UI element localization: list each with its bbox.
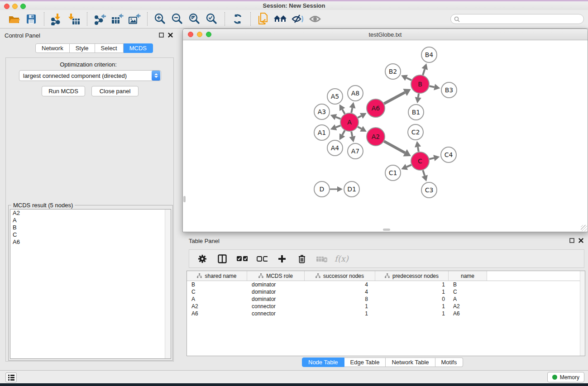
criterion-select[interactable]: largest connected component (directed) [19, 70, 161, 81]
float-panel-icon[interactable] [569, 238, 574, 243]
close-view-button[interactable] [188, 32, 193, 37]
hide-details-button[interactable] [289, 12, 306, 26]
edge-A2-C[interactable] [384, 141, 405, 153]
column-header-shared-name[interactable]: shared name [187, 271, 247, 281]
export-network-button[interactable] [91, 12, 109, 26]
close-window-button[interactable] [4, 4, 10, 9]
tab-select[interactable]: Select [95, 43, 124, 53]
table-row[interactable]: A2connector11A2 [187, 303, 585, 310]
mcds-result-item[interactable]: C [10, 231, 171, 238]
memory-button[interactable]: Memory [547, 372, 584, 382]
mcds-result-item[interactable]: A2 [10, 210, 171, 217]
close-panel-icon[interactable] [578, 238, 583, 243]
import-network-button[interactable] [48, 12, 66, 26]
float-panel-icon[interactable] [159, 33, 164, 38]
tab-node-table[interactable]: Node Table [302, 357, 344, 367]
search-input[interactable] [462, 16, 583, 22]
table-cell: 4 [305, 281, 375, 288]
edge-A-A4[interactable] [342, 130, 345, 135]
session-network-button[interactable] [255, 12, 272, 26]
edge-A-A5[interactable] [342, 110, 345, 114]
select-all-button[interactable] [237, 253, 248, 264]
minimize-window-button[interactable] [12, 4, 18, 9]
node-label: A [347, 119, 352, 126]
mcds-result-list[interactable]: A2ABCA6 [10, 209, 171, 359]
gear-button[interactable] [197, 253, 208, 264]
run-mcds-button[interactable]: Run MCDS [42, 86, 85, 96]
edge-B-B3[interactable] [430, 86, 435, 87]
function-builder-button[interactable]: f(x) [335, 254, 349, 263]
edge-A-A2[interactable] [358, 127, 361, 129]
edge-B-B1[interactable] [418, 94, 419, 98]
tab-network[interactable]: Network [35, 43, 70, 53]
edge-A-A6[interactable] [358, 116, 362, 118]
show-details-button[interactable] [306, 12, 324, 26]
import-table-button[interactable] [66, 12, 83, 26]
delete-button[interactable] [296, 253, 307, 264]
export-image-button[interactable] [126, 12, 143, 26]
zoom-in-button[interactable] [152, 12, 169, 26]
session-title: Session: New Session [263, 2, 325, 9]
edge-B-B2[interactable] [406, 78, 411, 80]
table-cell: 1 [305, 303, 375, 310]
zoom-out-button[interactable] [169, 12, 186, 26]
table-row[interactable]: Cdominator41C [187, 288, 585, 295]
tab-motifs[interactable]: Motifs [435, 357, 464, 367]
refresh-button[interactable] [229, 12, 246, 26]
open-file-button[interactable] [5, 12, 23, 26]
table-row[interactable]: Bdominator41B [187, 281, 585, 288]
close-panel-button[interactable]: Close panel [91, 86, 139, 96]
zoom-view-button[interactable] [206, 32, 211, 37]
edge-A-A8[interactable] [351, 108, 352, 113]
edge-A-A7[interactable] [351, 132, 352, 137]
add-column-button[interactable] [277, 253, 287, 264]
column-header-name[interactable]: name [449, 271, 487, 281]
delete-table-button[interactable] [316, 253, 327, 264]
edge-C-C4[interactable] [429, 158, 434, 159]
resize-grip[interactable] [581, 225, 587, 231]
save-button[interactable] [23, 12, 40, 26]
scrollbar[interactable] [165, 210, 171, 358]
node-table[interactable]: shared nameMCDS rolesuccessor nodesprede… [186, 271, 585, 356]
horizontal-scrollbar-thumb[interactable] [383, 229, 390, 231]
tab-mcds[interactable]: MCDS [124, 43, 153, 53]
network-view-window: testGlobe.txt AA2A6BCA1A3A4A5A7A8B1B2B3B… [182, 29, 588, 232]
network-window-titlebar[interactable]: testGlobe.txt [183, 29, 588, 40]
columns-button[interactable] [217, 253, 228, 264]
show-panel-list-button[interactable] [5, 372, 17, 382]
edge-C-C3[interactable] [423, 170, 425, 176]
column-header-predecessor-nodes[interactable]: predecessor nodes [375, 271, 449, 281]
zoom-window-button[interactable] [20, 4, 26, 9]
tab-style[interactable]: Style [70, 43, 95, 53]
table-row[interactable]: A6connector11A6 [187, 310, 585, 317]
network-canvas[interactable]: AA2A6BCA1A3A4A5A7A8B1B2B3B4C1C2C3C4DD1 [183, 40, 588, 232]
vertical-scrollbar-thumb[interactable] [183, 196, 186, 202]
mcds-result-item[interactable]: B [10, 224, 171, 231]
table-scrollbar[interactable] [580, 271, 585, 356]
tab-network-table[interactable]: Network Table [386, 357, 435, 367]
zoom-in-icon [154, 13, 167, 25]
node-label: A3 [318, 108, 326, 115]
zoom-fit-button[interactable] [186, 12, 203, 26]
tab-edge-table[interactable]: Edge Table [344, 357, 386, 367]
mcds-result-item[interactable]: A6 [10, 238, 171, 246]
edge-A-A1[interactable] [336, 125, 340, 127]
export-table-button[interactable] [109, 12, 126, 26]
edge-C-C2[interactable] [418, 147, 419, 152]
table-row[interactable]: Adominator80A [187, 295, 585, 303]
mcds-result-item[interactable]: A [10, 217, 171, 224]
zoom-selected-button[interactable] [203, 12, 220, 26]
edge-A6-B[interactable] [384, 92, 405, 104]
edge-B-B4[interactable] [423, 69, 425, 75]
close-panel-icon[interactable] [168, 33, 173, 38]
list-icon [8, 375, 14, 381]
gear-icon [197, 254, 207, 264]
column-header-MCDS-role[interactable]: MCDS role [247, 271, 305, 281]
home-button[interactable] [272, 12, 289, 26]
memory-status-icon [552, 375, 557, 380]
minimize-view-button[interactable] [197, 32, 202, 37]
edge-A-A3[interactable] [336, 117, 340, 119]
edge-C-C1[interactable] [406, 165, 411, 167]
deselect-all-button[interactable] [257, 253, 268, 264]
column-header-successor-nodes[interactable]: successor nodes [305, 271, 375, 281]
